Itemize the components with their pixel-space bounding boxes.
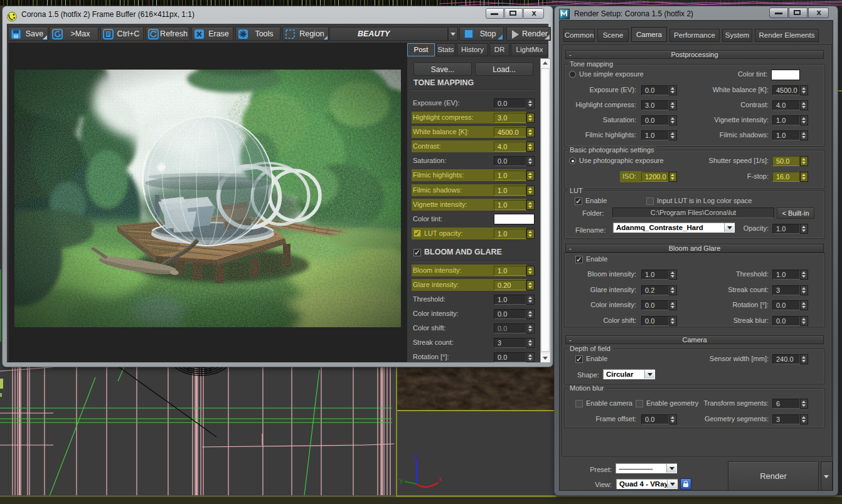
svg-text:x: x: [439, 476, 442, 483]
svg-text:Z: Z: [414, 453, 418, 460]
svg-text:Y: Y: [399, 478, 403, 485]
